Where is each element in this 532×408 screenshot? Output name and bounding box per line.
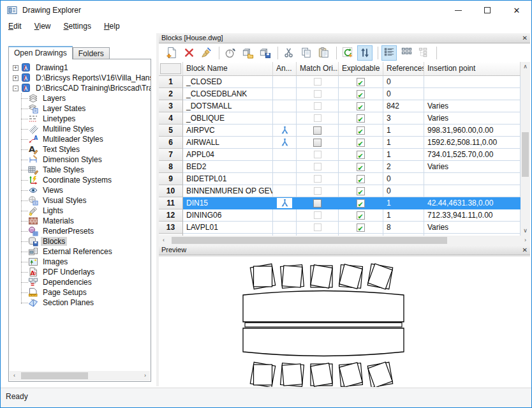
explodable-checkbox[interactable] <box>357 126 365 135</box>
tree-item-views[interactable]: Views <box>9 185 151 195</box>
table-row-airwall[interactable]: 6AIRWALL11592.62,508.11,0.00 <box>159 137 521 149</box>
tree-item-page-setups[interactable]: Page Setups <box>9 287 151 298</box>
blocks-panel-close-icon[interactable]: ✕ <box>522 33 528 43</box>
table-row-closed[interactable]: 1_CLOSED0 <box>159 76 521 88</box>
column-header-block-name[interactable]: Block Name <box>183 62 273 76</box>
tree-item-external-references[interactable]: External References <box>9 246 151 257</box>
purge-button[interactable] <box>198 45 214 61</box>
table-row-dotsmall[interactable]: 3_DOTSMALL842Varies <box>159 100 521 112</box>
tree-item-text-styles[interactable]: AText Styles <box>9 144 151 155</box>
scroll-down-icon[interactable]: ∨ <box>521 226 530 236</box>
tree-horizontal-scrollbar[interactable]: ‹ › <box>10 371 150 381</box>
match-orientation-checkbox[interactable] <box>313 139 321 147</box>
tree-item-table-styles[interactable]: Table Styles <box>9 165 151 175</box>
tree-item-dimension-styles[interactable]: Dimension Styles <box>9 155 151 165</box>
explodable-checkbox[interactable] <box>357 211 365 220</box>
match-orientation-checkbox[interactable] <box>314 114 321 122</box>
match-orientation-checkbox[interactable] <box>314 102 321 110</box>
table-row-din15[interactable]: 11DIN15142.44,4631.38,0.00 <box>159 197 521 209</box>
export-block-button[interactable] <box>240 45 255 61</box>
scroll-right-icon[interactable]: › <box>521 236 530 245</box>
table-row-oblique[interactable]: 4_OBLIQUE3Varies <box>159 112 521 125</box>
save-block-button[interactable] <box>257 45 272 61</box>
tree-item-d-bricscad-training-bricscad-trai[interactable]: -λD:\BricsCAD Training\Bricscad\Trai <box>9 83 151 93</box>
explodable-checkbox[interactable] <box>357 163 365 171</box>
sync-button[interactable] <box>357 45 373 61</box>
tree-item-dependencies[interactable]: Dependencies <box>9 277 151 287</box>
table-row-lavpl01[interactable]: 13LAVPL018Varies <box>159 222 521 234</box>
details-view-button[interactable] <box>381 45 397 61</box>
match-orientation-checkbox[interactable] <box>314 78 321 86</box>
row-number-column-header[interactable] <box>159 62 183 76</box>
tree-item-coordinate-systems[interactable]: Coordinate Systems <box>9 175 151 185</box>
explodable-checkbox[interactable] <box>357 78 365 86</box>
explodable-checkbox[interactable] <box>357 187 365 195</box>
copy-button[interactable] <box>299 45 314 61</box>
match-orientation-checkbox[interactable] <box>314 163 321 170</box>
select-all-box[interactable] <box>160 63 181 74</box>
explodable-checkbox[interactable] <box>357 102 365 110</box>
match-orientation-checkbox[interactable] <box>314 151 321 158</box>
cut-button[interactable] <box>281 45 297 61</box>
match-orientation-checkbox[interactable] <box>313 199 321 208</box>
table-row-binnenmuren-op-gev[interactable]: 10BINNENMUREN OP GEV0 <box>159 185 521 197</box>
match-orientation-checkbox[interactable] <box>314 175 321 183</box>
column-header-an[interactable]: An... <box>273 62 297 76</box>
tree-item-images[interactable]: Images <box>9 257 151 267</box>
paste-button[interactable] <box>316 45 331 61</box>
explodable-checkbox[interactable] <box>357 139 365 147</box>
tree-item-visual-styles[interactable]: Visual Styles <box>9 195 151 206</box>
tree-item-layers[interactable]: Layers <box>9 93 151 103</box>
tree-item-multiline-styles[interactable]: Multiline Styles <box>9 124 151 134</box>
scroll-right-icon[interactable]: › <box>140 371 150 381</box>
preview-panel-close-icon[interactable]: ✕ <box>522 245 528 255</box>
icons-view-button[interactable] <box>399 45 414 61</box>
explodable-checkbox[interactable] <box>357 223 365 232</box>
regen-button[interactable] <box>340 45 355 61</box>
tree-item-layer-states[interactable]: Layer States <box>9 103 151 114</box>
scroll-left-icon[interactable]: ‹ <box>10 371 19 381</box>
table-row-appl04[interactable]: 7APPL041734.01,525.70,0.00 <box>159 149 521 161</box>
new-block-button[interactable] <box>164 45 179 61</box>
menu-item-view[interactable]: View <box>29 20 56 32</box>
tree-item-pdf-underlays[interactable]: APDF Underlays <box>9 267 151 277</box>
match-orientation-checkbox[interactable] <box>314 211 321 219</box>
tree-item-section-planes[interactable]: Section Planes <box>9 298 151 308</box>
tree-item-linetypes[interactable]: Linetypes <box>9 114 151 124</box>
insert-block-button[interactable] <box>223 45 238 61</box>
match-orientation-checkbox[interactable] <box>314 223 321 231</box>
tree-item-renderpresets[interactable]: RenderPresets <box>9 226 151 236</box>
tree-item-materials[interactable]: Materials <box>9 216 151 226</box>
match-orientation-checkbox[interactable] <box>313 126 321 135</box>
scroll-up-icon[interactable]: ∧ <box>521 62 530 72</box>
match-orientation-checkbox[interactable] <box>314 90 321 98</box>
tree-item-multileader-styles[interactable]: AMultileader Styles <box>9 134 151 144</box>
tree-item-blocks[interactable]: Blocks <box>9 236 151 246</box>
table-row-bed2[interactable]: 8BED22Varies <box>159 161 521 173</box>
minimize-button[interactable] <box>443 1 473 20</box>
close-button[interactable]: ✕ <box>502 1 531 20</box>
menu-item-help[interactable]: Help <box>99 20 125 32</box>
explodable-checkbox[interactable] <box>357 199 365 208</box>
menu-item-settings[interactable]: Settings <box>59 20 96 32</box>
column-header-references[interactable]: References <box>383 62 424 76</box>
column-header-match-ori[interactable]: Match Ori... <box>297 62 339 76</box>
expand-icon[interactable]: + <box>13 65 18 71</box>
table-vscrollbar-thumb[interactable] <box>522 132 529 177</box>
expand-icon[interactable]: + <box>13 75 18 81</box>
column-header-insertion-point[interactable]: Insertion point <box>424 62 521 76</box>
collapse-icon[interactable]: - <box>13 86 18 91</box>
column-header-explodable[interactable]: Explodable <box>339 62 383 76</box>
explodable-checkbox[interactable] <box>357 90 365 98</box>
tab-open-drawings[interactable]: Open Drawings <box>8 46 73 59</box>
tree-scrollbar-thumb[interactable] <box>21 372 88 379</box>
table-row-dining06[interactable]: 12DINING061712.33,941.11,0.00 <box>159 209 521 222</box>
table-vertical-scrollbar[interactable]: ∧ ∨ <box>521 62 530 236</box>
table-row-airpvc[interactable]: 5AIRPVC1998.31,960.00,0.00 <box>159 125 521 137</box>
match-orientation-checkbox[interactable] <box>314 187 321 195</box>
explodable-checkbox[interactable] <box>357 151 365 159</box>
tree-item-d-bricsys-reports-v16-villa-hans[interactable]: +λD:\Bricsys Reports\V16\Villa_Hans' <box>9 73 151 83</box>
maximize-button[interactable] <box>473 1 502 20</box>
delete-block-button[interactable] <box>181 45 196 61</box>
table-hscrollbar-thumb[interactable] <box>172 237 447 244</box>
